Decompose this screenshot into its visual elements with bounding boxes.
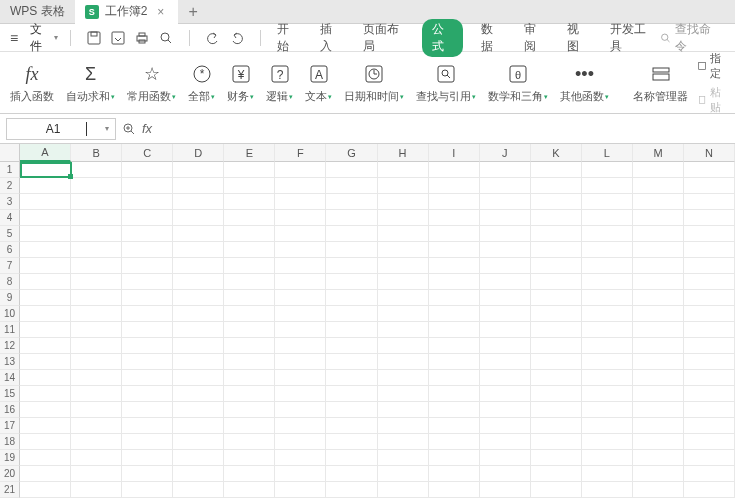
cell[interactable]: [20, 354, 71, 370]
cell[interactable]: [378, 386, 429, 402]
cell[interactable]: [531, 306, 582, 322]
cell[interactable]: [429, 242, 480, 258]
cell[interactable]: [275, 290, 326, 306]
column-header[interactable]: F: [275, 144, 326, 162]
cell[interactable]: [224, 290, 275, 306]
redo-icon[interactable]: [230, 31, 244, 45]
column-header[interactable]: M: [633, 144, 684, 162]
cell[interactable]: [173, 386, 224, 402]
cell[interactable]: [684, 322, 735, 338]
cell[interactable]: [275, 370, 326, 386]
cell[interactable]: [173, 194, 224, 210]
cell[interactable]: [122, 434, 173, 450]
ribbon-tab-6[interactable]: 视图: [563, 19, 592, 57]
cell[interactable]: [684, 370, 735, 386]
cell[interactable]: [224, 306, 275, 322]
cell[interactable]: [122, 290, 173, 306]
cell[interactable]: [71, 178, 122, 194]
cell[interactable]: [531, 290, 582, 306]
cell[interactable]: [633, 274, 684, 290]
cell[interactable]: [224, 434, 275, 450]
cell[interactable]: [429, 482, 480, 498]
cell[interactable]: [480, 258, 531, 274]
cell[interactable]: [429, 162, 480, 178]
cell[interactable]: [582, 450, 633, 466]
row-header[interactable]: 9: [0, 290, 20, 306]
insert-function-button[interactable]: fx 插入函数: [4, 52, 60, 113]
cell[interactable]: [633, 258, 684, 274]
cell[interactable]: [224, 274, 275, 290]
cell[interactable]: [275, 274, 326, 290]
cell[interactable]: [173, 482, 224, 498]
cell[interactable]: [71, 402, 122, 418]
cell[interactable]: [122, 402, 173, 418]
cell[interactable]: [684, 274, 735, 290]
cell[interactable]: [71, 226, 122, 242]
cell[interactable]: [429, 306, 480, 322]
cell[interactable]: [633, 226, 684, 242]
row-header[interactable]: 12: [0, 338, 20, 354]
cell[interactable]: [173, 450, 224, 466]
cell[interactable]: [71, 242, 122, 258]
cell[interactable]: [71, 418, 122, 434]
cell[interactable]: [275, 258, 326, 274]
column-header[interactable]: B: [71, 144, 122, 162]
cell[interactable]: [20, 466, 71, 482]
cell[interactable]: [224, 226, 275, 242]
cell[interactable]: [684, 210, 735, 226]
cell[interactable]: [531, 450, 582, 466]
save-as-icon[interactable]: [111, 31, 125, 45]
cell[interactable]: [582, 482, 633, 498]
cell[interactable]: [684, 434, 735, 450]
row-header[interactable]: 14: [0, 370, 20, 386]
cell[interactable]: [71, 274, 122, 290]
cell[interactable]: [20, 482, 71, 498]
cell[interactable]: [275, 178, 326, 194]
cell[interactable]: [429, 194, 480, 210]
cell[interactable]: [531, 370, 582, 386]
ribbon-tab-0[interactable]: 开始: [273, 19, 302, 57]
cell[interactable]: [173, 258, 224, 274]
cell[interactable]: [173, 322, 224, 338]
cell[interactable]: [582, 274, 633, 290]
row-header[interactable]: 17: [0, 418, 20, 434]
cell[interactable]: [122, 338, 173, 354]
cell[interactable]: [122, 226, 173, 242]
cell[interactable]: [633, 210, 684, 226]
cell[interactable]: [224, 258, 275, 274]
row-header[interactable]: 1: [0, 162, 20, 178]
cell[interactable]: [480, 274, 531, 290]
row-header[interactable]: 21: [0, 482, 20, 498]
cell[interactable]: [20, 242, 71, 258]
cell[interactable]: [122, 178, 173, 194]
cell[interactable]: [71, 466, 122, 482]
cell[interactable]: [173, 274, 224, 290]
cell[interactable]: [582, 386, 633, 402]
row-header[interactable]: 5: [0, 226, 20, 242]
close-icon[interactable]: ×: [153, 5, 168, 19]
autosum-button[interactable]: Σ 自动求和▾: [60, 52, 121, 113]
cell[interactable]: [582, 226, 633, 242]
cell[interactable]: [122, 370, 173, 386]
cell[interactable]: [20, 322, 71, 338]
cell[interactable]: [326, 274, 377, 290]
name-box-input[interactable]: [13, 122, 93, 136]
cell[interactable]: [531, 322, 582, 338]
cell[interactable]: [582, 290, 633, 306]
finance-button[interactable]: ¥ 财务▾: [221, 52, 260, 113]
cell[interactable]: [224, 242, 275, 258]
cell[interactable]: [378, 402, 429, 418]
cell[interactable]: [20, 338, 71, 354]
cell[interactable]: [378, 434, 429, 450]
cell[interactable]: [122, 162, 173, 178]
cell[interactable]: [531, 242, 582, 258]
cell[interactable]: [633, 434, 684, 450]
cell[interactable]: [480, 210, 531, 226]
cell[interactable]: [122, 482, 173, 498]
column-header[interactable]: C: [122, 144, 173, 162]
cell[interactable]: [429, 354, 480, 370]
text-button[interactable]: A 文本▾: [299, 52, 338, 113]
cell[interactable]: [71, 162, 122, 178]
row-header[interactable]: 6: [0, 242, 20, 258]
cell[interactable]: [275, 210, 326, 226]
